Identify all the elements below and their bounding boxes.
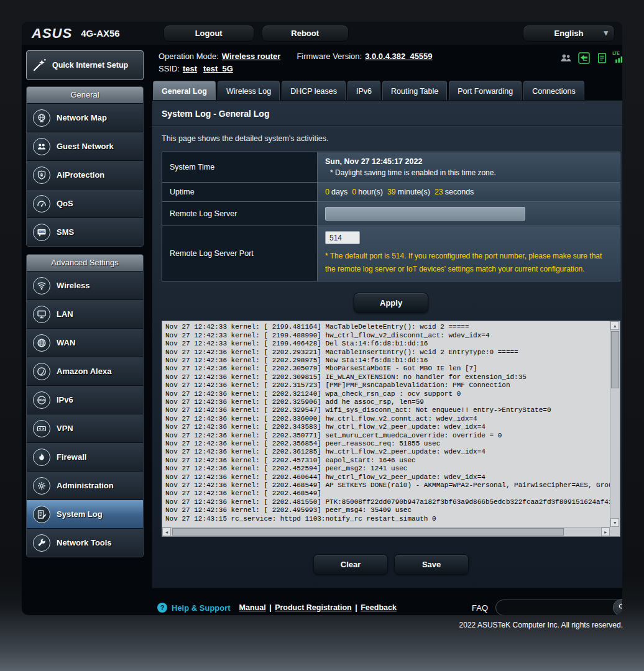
sidebar-item-sms[interactable]: SMSSMS bbox=[27, 217, 143, 246]
guest-network-status-icon[interactable] bbox=[578, 52, 590, 64]
tab-bar: General LogWireless LogDHCP leasesIPv6Ro… bbox=[152, 81, 622, 101]
uptime-days-unit: days bbox=[331, 188, 347, 196]
lte-label: LTE bbox=[612, 50, 620, 57]
sidebar-item-label: QoS bbox=[57, 199, 73, 208]
lan-icon bbox=[33, 306, 50, 323]
help-support-label: Help & Support bbox=[172, 603, 231, 613]
footer-link-manual[interactable]: Manual bbox=[239, 603, 266, 612]
info-line-1: Operation Mode:Wireless routerFirmware V… bbox=[159, 50, 622, 63]
scroll-down-icon[interactable]: ▼ bbox=[610, 518, 619, 527]
page-title: System Log - General Log bbox=[152, 101, 622, 126]
vertical-scrollbar[interactable]: ▲ ▼ bbox=[610, 321, 620, 527]
status-icons: LTE bbox=[560, 52, 622, 64]
faq-search bbox=[495, 600, 622, 615]
footer-link-product-registration[interactable]: Product Registration bbox=[275, 603, 352, 612]
uptime-days: 0 bbox=[325, 188, 329, 196]
sidebar-item-label: Amazon Alexa bbox=[57, 367, 111, 376]
table-row: Remote Log Server bbox=[162, 202, 620, 226]
clear-button[interactable]: Clear bbox=[313, 554, 388, 575]
asus-logo: ASUS bbox=[32, 25, 72, 42]
footer: ? Help & Support Manual | Product Regist… bbox=[157, 598, 622, 615]
remote-log-port-input[interactable] bbox=[325, 231, 360, 244]
sidebar-item-network-map[interactable]: Network Map bbox=[27, 103, 143, 132]
sidebar-item-label: Administration bbox=[57, 481, 114, 490]
router-admin-frame: ASUS 4G-AX56 Logout Reboot English ▾ Qui… bbox=[22, 22, 622, 615]
vertical-scroll-thumb[interactable] bbox=[611, 331, 619, 388]
page: ASUS 4G-AX56 Logout Reboot English ▾ Qui… bbox=[0, 0, 644, 671]
scroll-left-icon[interactable]: ◄ bbox=[162, 527, 171, 536]
sidebar-section-advanced-settings: Advanced SettingsWirelessLANWANAmazon Al… bbox=[26, 254, 144, 557]
sidebar-item-firewall[interactable]: Firewall bbox=[27, 442, 143, 471]
lte-signal-icon[interactable]: LTE bbox=[614, 52, 622, 64]
footer-link-separator: | bbox=[267, 603, 274, 612]
page-description: This page shows the detailed system's ac… bbox=[152, 126, 622, 150]
operation-mode-link[interactable]: Wireless router bbox=[222, 52, 281, 61]
sidebar-item-network-tools[interactable]: Network Tools bbox=[27, 528, 143, 557]
tab-general-log[interactable]: General Log bbox=[153, 81, 216, 101]
tab-ipv6[interactable]: IPv6 bbox=[347, 81, 380, 101]
horizontal-scroll-thumb[interactable] bbox=[172, 528, 564, 536]
firmware-version-link[interactable]: 3.0.0.4.382_45559 bbox=[365, 52, 432, 61]
reboot-button[interactable]: Reboot bbox=[262, 25, 349, 42]
sidebar-item-label: System Log bbox=[57, 509, 103, 519]
save-button[interactable]: Save bbox=[394, 554, 469, 575]
ssid-link-test-5g[interactable]: test_5G bbox=[203, 64, 233, 73]
system-log-status-icon[interactable] bbox=[596, 52, 608, 64]
sidebar-item-wan[interactable]: WAN bbox=[27, 328, 143, 357]
main-content: Operation Mode:Wireless routerFirmware V… bbox=[147, 45, 622, 615]
help-support-link[interactable]: ? Help & Support bbox=[157, 603, 231, 613]
footer-links: Manual | Product Registration | Feedback bbox=[239, 603, 397, 612]
sidebar-item-guest-network[interactable]: Guest Network bbox=[27, 132, 143, 160]
uptime-label: Uptime bbox=[162, 183, 318, 202]
guest-network-icon bbox=[33, 138, 50, 155]
chevron-down-icon: ▾ bbox=[604, 28, 608, 37]
sidebar-item-wireless[interactable]: Wireless bbox=[27, 271, 143, 299]
aiprotection-icon bbox=[33, 167, 50, 184]
sidebar: Quick Internet Setup GeneralNetwork MapG… bbox=[22, 45, 147, 615]
sidebar-item-administration[interactable]: Administration bbox=[27, 471, 143, 500]
tab-wireless-log[interactable]: Wireless Log bbox=[218, 81, 280, 101]
sidebar-item-quick-internet-setup[interactable]: Quick Internet Setup bbox=[26, 50, 144, 80]
footer-link-feedback[interactable]: Feedback bbox=[361, 603, 397, 612]
remote-log-server-input[interactable] bbox=[325, 207, 525, 221]
sidebar-item-aiprotection[interactable]: AiProtection bbox=[27, 160, 143, 189]
tab-connections[interactable]: Connections bbox=[523, 81, 584, 101]
system-log-icon bbox=[33, 506, 50, 523]
wireless-icon bbox=[33, 277, 50, 294]
sidebar-item-qos[interactable]: QoS bbox=[27, 189, 143, 217]
sidebar-item-label: VPN bbox=[57, 424, 73, 433]
footer-link-separator: | bbox=[353, 603, 359, 612]
scroll-up-icon[interactable]: ▲ bbox=[610, 321, 619, 330]
faq-search-input[interactable] bbox=[495, 600, 622, 615]
system-time-value: Sun, Nov 27 12:45:17 2022 * Daylight sav… bbox=[318, 152, 620, 183]
faq-search-button[interactable] bbox=[613, 599, 622, 615]
ssid-link-test[interactable]: test bbox=[183, 64, 197, 73]
system-time-text: Sun, Nov 27 12:45:17 2022 bbox=[325, 157, 612, 166]
tab-routing-table[interactable]: Routing Table bbox=[382, 81, 447, 101]
tab-dhcp-leases[interactable]: DHCP leases bbox=[282, 81, 346, 101]
logout-button[interactable]: Logout bbox=[163, 25, 254, 42]
sidebar-item-label: Firewall bbox=[57, 452, 86, 462]
horizontal-scrollbar[interactable]: ◄ ► bbox=[162, 527, 610, 536]
uptime-seconds: 23 bbox=[435, 188, 443, 196]
apply-button[interactable]: Apply bbox=[354, 293, 428, 313]
sidebar-section-general: GeneralNetwork MapGuest NetworkAiProtect… bbox=[26, 86, 144, 247]
scroll-right-icon[interactable]: ► bbox=[601, 527, 610, 536]
vpn-icon bbox=[33, 420, 50, 437]
sidebar-item-system-log[interactable]: System Log bbox=[27, 500, 143, 528]
sidebar-item-label: Quick Internet Setup bbox=[52, 61, 128, 70]
sidebar-item-label: Guest Network bbox=[57, 142, 114, 151]
sidebar-item-lan[interactable]: LAN bbox=[27, 299, 143, 328]
language-select[interactable]: English ▾ bbox=[523, 25, 615, 42]
connected-clients-icon[interactable] bbox=[560, 52, 572, 64]
system-log-viewer[interactable]: Nov 27 12:42:33 kernel: [ 2199.481164] M… bbox=[162, 321, 620, 537]
tab-port-forwarding[interactable]: Port Forwarding bbox=[449, 81, 522, 101]
sidebar-item-label: Wireless bbox=[57, 281, 90, 290]
network-map-icon bbox=[33, 109, 50, 127]
sidebar-item-label: Network Map bbox=[57, 113, 107, 122]
uptime-value: 0days0hour(s)39minute(s)23seconds bbox=[318, 183, 620, 202]
system-log-panel: System Log - General Log This page shows… bbox=[152, 101, 622, 588]
sidebar-item-vpn[interactable]: VPN bbox=[27, 414, 143, 442]
sidebar-item-ipv6[interactable]: IPv6IPv6 bbox=[27, 385, 143, 414]
sidebar-item-amazon-alexa[interactable]: Amazon Alexa bbox=[27, 357, 143, 385]
